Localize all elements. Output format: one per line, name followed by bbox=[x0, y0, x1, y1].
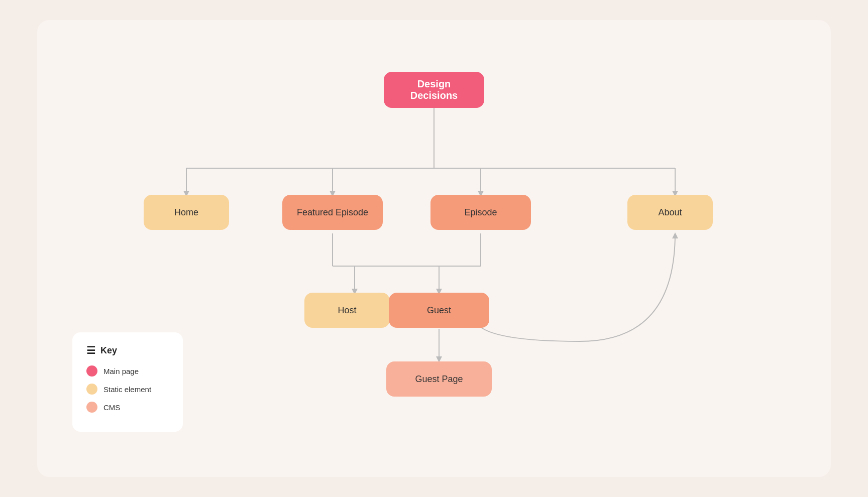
legend-item-cms: CMS bbox=[86, 402, 169, 413]
node-featured-episode: Featured Episode bbox=[282, 195, 383, 230]
legend-dot-cms bbox=[86, 402, 97, 413]
legend-item-main: Main page bbox=[86, 365, 169, 377]
legend-title: ☰ Key bbox=[86, 344, 169, 356]
key-icon: ☰ bbox=[86, 344, 95, 356]
node-guest: Guest bbox=[389, 293, 489, 328]
node-episode: Episode bbox=[430, 195, 531, 230]
svg-marker-20 bbox=[672, 232, 678, 238]
legend-item-static: Static element bbox=[86, 384, 169, 395]
legend: ☰ Key Main page Static element CMS bbox=[72, 332, 183, 432]
node-root: Design Decisions bbox=[384, 72, 484, 108]
node-home: Home bbox=[144, 195, 229, 230]
legend-dot-static bbox=[86, 384, 97, 395]
node-host: Host bbox=[304, 293, 390, 328]
legend-dot-main bbox=[86, 365, 97, 377]
node-guest-page: Guest Page bbox=[386, 361, 492, 397]
node-about: About bbox=[627, 195, 713, 230]
diagram-canvas: Design Decisions Home Featured Episode E… bbox=[37, 20, 831, 477]
